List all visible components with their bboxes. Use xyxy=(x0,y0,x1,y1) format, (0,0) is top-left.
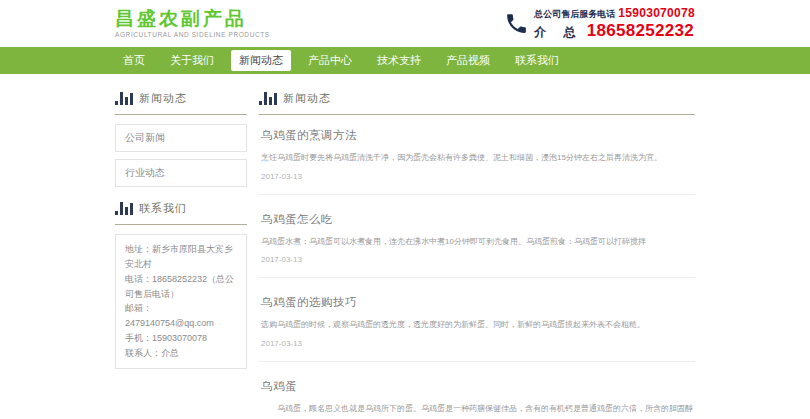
nav-item-2[interactable]: 新闻动态 xyxy=(231,50,291,71)
nav-item-6[interactable]: 联系我们 xyxy=(507,50,567,71)
news-item-1[interactable]: 乌鸡蛋怎么吃乌鸡蛋水煮：乌鸡蛋可以水煮食用，连壳在沸水中煮10分钟即可剥壳食用。… xyxy=(259,195,695,279)
page-content: 新闻动态 公司新闻行业动态 联系我们 地址：新乡市原阳县大宾乡安北村电话：186… xyxy=(115,74,695,419)
nav-item-1[interactable]: 关于我们 xyxy=(162,50,222,71)
phone-icon xyxy=(504,11,529,36)
sidebar-contact-heading: 联系我们 xyxy=(115,194,247,225)
service-phone-label: 总公司售后服务电话 xyxy=(534,9,615,19)
sidebar-category-item-0[interactable]: 公司新闻 xyxy=(115,124,247,152)
news-item-title[interactable]: 乌鸡蛋的烹调方法 xyxy=(261,128,693,143)
service-phone-number: 15903070078 xyxy=(618,7,695,21)
contact-line-3: 手机：15903070078 xyxy=(125,331,237,346)
news-item-description: 乌鸡蛋，顾名思义也就是乌鸡所下的蛋。乌鸡蛋是一种药膳保健佳品，含有的有机钙是普通… xyxy=(261,403,693,415)
sidebar: 新闻动态 公司新闻行业动态 联系我们 地址：新乡市原阳县大宾乡安北村电话：186… xyxy=(115,84,247,419)
news-item-title[interactable]: 乌鸡蛋 xyxy=(261,379,693,394)
main-news-heading-label: 新闻动态 xyxy=(283,91,331,106)
news-item-description: 选购乌鸡蛋的时候，观察乌鸡蛋的透光度，透光度好的为新鲜蛋。同时，新鲜的乌鸡蛋摸起… xyxy=(261,319,693,331)
bar-chart-icon xyxy=(259,92,277,105)
site-logo[interactable]: 昌盛农副产品 AGRICULTURAL AND SIDELINE PRODUCT… xyxy=(115,9,270,38)
contact-line-0: 地址：新乡市原阳县大宾乡安北村 xyxy=(125,242,237,272)
main-news-heading: 新闻动态 xyxy=(259,84,695,115)
logo-subtitle: AGRICULTURAL AND SIDELINE PRODUCTS xyxy=(115,31,270,38)
news-item-date: 2017-03-13 xyxy=(261,172,693,181)
contact-line-2: 邮箱：2479140754@qq.com xyxy=(125,301,237,331)
contact-info-box: 地址：新乡市原阳县大宾乡安北村电话：18658252232（总公司售后电话）邮箱… xyxy=(115,234,247,369)
header-contact-block: 总公司售后服务电话 15903070078 介 总 18658252232 xyxy=(504,7,695,40)
sidebar-news-heading: 新闻动态 xyxy=(115,84,247,115)
contact-phone-number: 18658252232 xyxy=(587,21,694,41)
news-item-description: 烹饪乌鸡蛋时要先将乌鸡蛋清洗干净，因为蛋壳会粘有许多粪便、泥土和细菌，浸泡15分… xyxy=(261,152,693,164)
sidebar-contact-heading-label: 联系我们 xyxy=(139,201,187,216)
news-item-title[interactable]: 乌鸡蛋的选购技巧 xyxy=(261,295,693,310)
sidebar-news-heading-label: 新闻动态 xyxy=(139,91,187,106)
logo-title: 昌盛农副产品 xyxy=(115,9,270,29)
news-item-description: 乌鸡蛋水煮：乌鸡蛋可以水煮食用，连壳在沸水中煮10分钟即可剥壳食用。乌鸡蛋煎食：… xyxy=(261,236,693,248)
news-list: 乌鸡蛋的烹调方法烹饪乌鸡蛋时要先将乌鸡蛋清洗干净，因为蛋壳会粘有许多粪便、泥土和… xyxy=(259,115,695,419)
news-item-0[interactable]: 乌鸡蛋的烹调方法烹饪乌鸡蛋时要先将乌鸡蛋清洗干净，因为蛋壳会粘有许多粪便、泥土和… xyxy=(259,115,695,195)
news-item-title[interactable]: 乌鸡蛋怎么吃 xyxy=(261,212,693,227)
contact-line-4: 联系人：介总 xyxy=(125,346,237,361)
news-item-3[interactable]: 乌鸡蛋 乌鸡蛋，顾名思义也就是乌鸡所下的蛋。乌鸡蛋是一种药膳保健佳品，含有的有机… xyxy=(259,362,695,419)
bar-chart-icon xyxy=(115,92,133,105)
nav-item-3[interactable]: 产品中心 xyxy=(300,50,360,71)
bar-chart-icon xyxy=(115,202,133,215)
contact-line-1: 电话：18658252232（总公司售后电话） xyxy=(125,272,237,302)
service-phone-line: 总公司售后服务电话 15903070078 xyxy=(534,7,695,21)
news-item-2[interactable]: 乌鸡蛋的选购技巧选购乌鸡蛋的时候，观察乌鸡蛋的透光度，透光度好的为新鲜蛋。同时，… xyxy=(259,278,695,362)
news-main: 新闻动态 乌鸡蛋的烹调方法烹饪乌鸡蛋时要先将乌鸡蛋清洗干净，因为蛋壳会粘有许多粪… xyxy=(259,84,695,419)
nav-items-container: 首页关于我们新闻动态产品中心技术支持产品视频联系我们 xyxy=(115,47,695,74)
site-header: 昌盛农副产品 AGRICULTURAL AND SIDELINE PRODUCT… xyxy=(0,0,810,47)
contact-person-name: 介 总 xyxy=(534,26,582,40)
contact-phone-line: 介 总 18658252232 xyxy=(534,21,694,41)
news-item-date: 2017-03-13 xyxy=(261,255,693,264)
news-item-date: 2017-03-13 xyxy=(261,339,693,348)
sidebar-category-list: 公司新闻行业动态 xyxy=(115,124,247,187)
nav-item-4[interactable]: 技术支持 xyxy=(369,50,429,71)
nav-item-5[interactable]: 产品视频 xyxy=(438,50,498,71)
sidebar-category-item-1[interactable]: 行业动态 xyxy=(115,159,247,187)
nav-item-0[interactable]: 首页 xyxy=(115,50,153,71)
main-nav: 首页关于我们新闻动态产品中心技术支持产品视频联系我们 xyxy=(0,47,810,74)
